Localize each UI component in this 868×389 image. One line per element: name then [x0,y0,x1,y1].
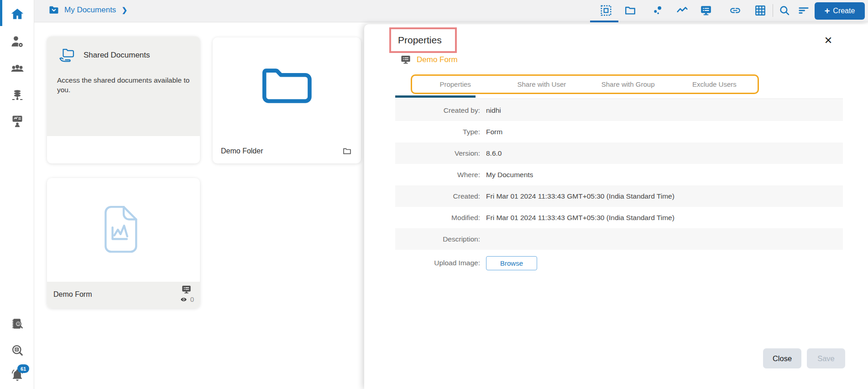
chevron-right-icon: ❯ [121,6,127,14]
database-icon[interactable] [10,89,24,102]
create-button-label: Create [833,7,855,15]
small-folder-icon [341,147,353,156]
user-groups-icon[interactable] [10,62,24,76]
data-search-icon[interactable] [10,343,24,357]
link-icon[interactable] [729,5,741,16]
eye-icon [179,296,188,303]
shared-folder-icon [58,47,77,64]
user-settings-icon[interactable] [10,35,24,48]
form-type-icon [180,284,193,294]
form-card-footer: Demo Form 0 [47,282,200,308]
property-row-description: Description: [395,228,843,250]
shared-card-description: Access the shared documents available to… [57,75,192,95]
training-board-icon[interactable] [10,114,24,128]
folders-view-icon[interactable] [624,5,636,16]
property-row-version: Version: 8.6.0 [395,142,843,164]
shared-card-title: Shared Documents [84,51,150,60]
panel-item-name: Demo Form [417,55,458,64]
row-value: nidhi [486,106,501,115]
form-card-label: Demo Form [53,290,92,299]
close-icon[interactable]: ✕ [822,35,834,47]
forms-view-icon[interactable] [700,5,712,16]
sidebar: 61 [0,0,34,389]
plus-icon: + [825,6,830,16]
toolbar-divider [773,4,773,17]
audit-log-search-icon[interactable] [10,317,24,331]
view-counter: 0 [179,295,194,303]
property-row-where: Where: My Documents [395,164,843,185]
shared-card-footer [47,136,200,163]
row-label: Description: [395,235,480,243]
app-window: 61 My Documents ❯ [0,0,868,389]
line-chart-icon[interactable] [676,5,688,16]
create-button[interactable]: + Create [815,2,865,20]
property-row-type: Type: Form [395,121,843,142]
toolbar-active-underline [590,21,618,22]
tabs-divider [395,99,843,99]
properties-panel: Properties ✕ Demo Form Properties Share … [364,24,868,389]
row-label: Created: [395,192,480,200]
notification-badge: 61 [17,364,29,373]
shared-documents-card[interactable]: Shared Documents Access the shared docum… [47,37,200,163]
property-row-upload-image: Upload Image: Browse [395,250,843,276]
row-label: Version: [395,149,480,158]
home-icon[interactable] [10,7,24,21]
view-count: 0 [190,295,194,303]
row-value: My Documents [486,171,533,179]
browse-button[interactable]: Browse [486,256,537,270]
form-document-icon [104,205,144,255]
tab-share-with-user[interactable]: Share with User [498,80,585,88]
row-label: Where: [395,171,480,179]
bubble-chart-icon[interactable] [652,5,664,16]
designer-view-icon[interactable] [600,5,612,16]
folder-icon [257,64,314,109]
table-grid-icon[interactable] [754,5,766,16]
tab-exclude-users[interactable]: Exclude Users [671,80,758,88]
annotation-highlight-box: Properties [389,27,457,53]
sidebar-active-indicator [0,0,2,26]
breadcrumb[interactable]: My Documents ❯ [48,5,127,16]
row-label: Type: [395,128,480,136]
row-value: Form [486,128,502,136]
row-label: Modified: [395,214,480,222]
panel-title: Properties [398,35,442,46]
row-value: Fri Mar 01 2024 11:33:43 GMT+05:30 (Indi… [486,192,675,200]
demo-folder-card[interactable]: Demo Folder [213,37,361,163]
property-row-created: Created: Fri Mar 01 2024 11:33:43 GMT+05… [395,185,843,207]
form-type-icon [399,54,412,65]
save-button[interactable]: Save [807,348,845,368]
property-row-created-by: Created by: nidhi [395,100,843,121]
row-label: Upload Image: [395,259,480,267]
sort-filter-icon[interactable] [798,5,810,16]
search-icon[interactable] [779,5,790,16]
row-value: Fri Mar 01 2024 11:33:43 GMT+05:30 (Indi… [486,214,675,222]
panel-tabs: Properties Share with User Share with Gr… [411,74,759,94]
folder-dropdown-icon [48,5,60,16]
property-row-modified: Modified: Fri Mar 01 2024 11:33:43 GMT+0… [395,207,843,228]
panel-item-header: Demo Form [399,54,458,65]
close-button[interactable]: Close [763,348,801,368]
topbar: My Documents ❯ [34,0,868,22]
row-label: Created by: [395,106,480,115]
panel-actions: Close Save [763,348,845,368]
row-value: 8.6.0 [486,149,502,158]
tab-properties[interactable]: Properties [412,80,498,88]
breadcrumb-label: My Documents [64,5,116,15]
tab-share-with-group[interactable]: Share with Group [585,80,671,88]
active-tab-underline [395,95,476,98]
folder-card-label: Demo Folder [221,147,263,155]
demo-form-card[interactable]: Demo Form 0 [47,178,200,308]
